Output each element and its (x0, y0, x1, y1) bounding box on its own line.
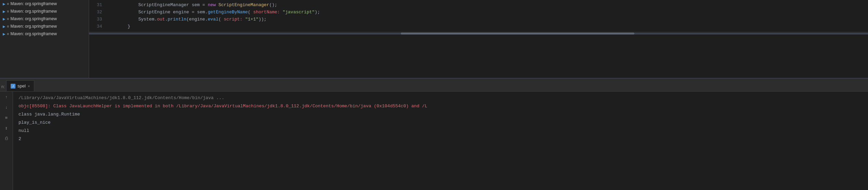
sidebar-item-1[interactable]: ▶ ≡ Maven: org.springframew (0, 0, 89, 8)
arrow-icon-3: ▶ (3, 17, 5, 21)
maven-icon-2: ≡ (7, 9, 9, 13)
line-number-31: 31 (89, 1, 106, 9)
maven-icon-1: ≡ (7, 2, 9, 6)
maven-icon-4: ≡ (7, 24, 9, 28)
tab-bar: n: J spel × (0, 79, 868, 92)
partial-label: n: (1, 84, 5, 91)
arrow-icon-1: ▶ (3, 2, 5, 6)
sidebar-label-3: Maven: org.springframew (10, 16, 57, 21)
code-line-33: 33 System.out.println(engine.eval( scrip… (89, 16, 868, 23)
console-output-line-2: play_is_nice (18, 119, 863, 126)
console-panel: /Library/Java/JavaVirtualMachines/jdk1.8… (13, 92, 868, 190)
sidebar-item-2[interactable]: ▶ ≡ Maven: org.springframew (0, 8, 89, 15)
console-output-line-3: null (18, 127, 863, 135)
maven-icon-5: ≡ (7, 32, 9, 36)
sidebar: ▶ ≡ Maven: org.springframew ▶ ≡ Maven: o… (0, 0, 89, 78)
tab-label: spel (17, 83, 26, 89)
print-button[interactable]: ⎙ (2, 134, 11, 143)
console-error-line: objc[85508]: Class JavaLaunchHelper is i… (18, 103, 863, 110)
sidebar-label-5: Maven: org.springframew (10, 31, 57, 36)
lines-button[interactable]: ≡ (2, 113, 11, 122)
arrow-icon-5: ▶ (3, 32, 5, 36)
line-content-31: ScriptEngineManager sem = new ScriptEngi… (106, 1, 277, 9)
sidebar-item-3[interactable]: ▶ ≡ Maven: org.springframew (0, 15, 89, 23)
arrow-icon-4: ▶ (3, 25, 5, 28)
horizontal-scrollbar[interactable] (89, 31, 868, 35)
tab-file-icon: J (11, 84, 15, 89)
console-cmd-line: /Library/Java/JavaVirtualMachines/jdk1.8… (18, 94, 863, 102)
code-line-34: 34 } (89, 23, 868, 30)
sidebar-label-1: Maven: org.springframew (10, 1, 57, 6)
line-content-32: ScriptEngine engine = sem.getEngineByNam… (106, 9, 320, 16)
code-editor: 31 ScriptEngineManager sem = new ScriptE… (89, 0, 868, 78)
arrow-icon-2: ▶ (3, 10, 5, 13)
line-content-33: System.out.println(engine.eval( script: … (106, 16, 266, 23)
console-output: /Library/Java/JavaVirtualMachines/jdk1.8… (13, 92, 868, 190)
close-tab-button[interactable]: × (28, 84, 30, 88)
download-button[interactable]: ↧ (2, 124, 11, 133)
tab-spel[interactable]: J spel × (6, 80, 34, 91)
line-content-34: } (106, 23, 130, 30)
console-output-line-1: class java.lang.Runtime (18, 111, 863, 118)
scroll-down-button[interactable]: ↓ (2, 103, 11, 112)
sidebar-item-4[interactable]: ▶ ≡ Maven: org.springframew (0, 23, 89, 30)
code-line-31: 31 ScriptEngineManager sem = new ScriptE… (89, 1, 868, 9)
scroll-up-button[interactable]: ↑ (2, 93, 11, 102)
sidebar-label-2: Maven: org.springframew (10, 9, 57, 14)
line-number-33: 33 (89, 16, 106, 23)
console-nav-column: ↑ ↓ ≡ ↧ ⎙ (0, 92, 13, 190)
sidebar-label-4: Maven: org.springframew (10, 24, 57, 29)
console-output-line-4: 2 (18, 135, 863, 143)
line-number-32: 32 (89, 9, 106, 16)
code-line-32: 32 ScriptEngine engine = sem.getEngineBy… (89, 9, 868, 16)
maven-icon-3: ≡ (7, 17, 9, 21)
line-number-34: 34 (89, 23, 106, 30)
sidebar-item-5[interactable]: ▶ ≡ Maven: org.springframew (0, 30, 89, 38)
